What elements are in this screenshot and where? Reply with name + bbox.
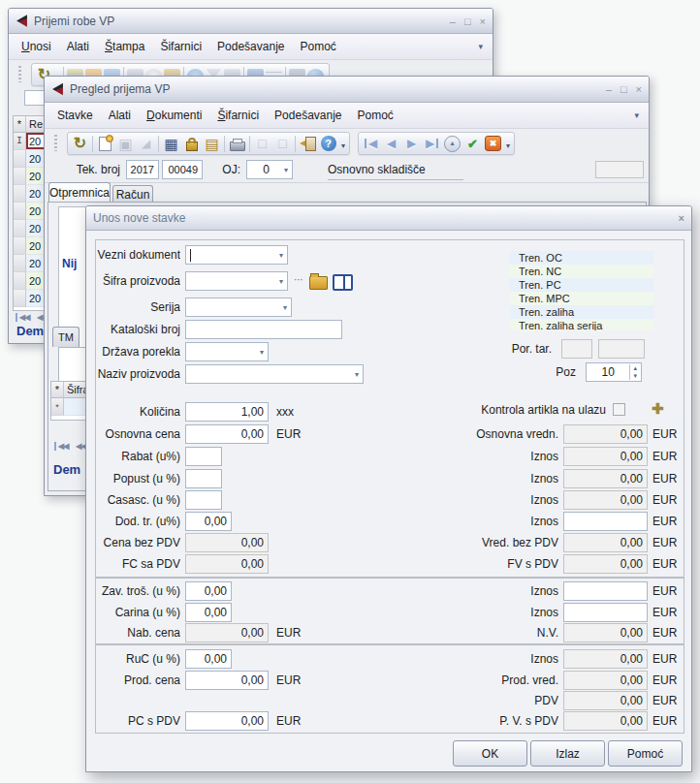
kataloski-broj-input[interactable] — [185, 320, 342, 339]
popust-input[interactable] — [185, 469, 222, 488]
toolbar-overflow-icon[interactable]: ▾ — [341, 141, 345, 150]
close-icon[interactable]: × — [679, 212, 684, 224]
serija-combo[interactable]: ▾ — [185, 298, 292, 317]
izlaz-button[interactable]: Izlaz — [530, 740, 605, 767]
minimize-icon[interactable]: – — [450, 16, 456, 27]
iznos-input[interactable] — [563, 603, 648, 622]
serija-label: Serija — [88, 298, 180, 317]
eject-glyph: ▴ — [444, 136, 461, 152]
spin-up-icon[interactable]: ▴ — [633, 364, 637, 372]
iznos-input[interactable] — [563, 581, 648, 601]
vezni-dokument-combo[interactable]: ▾ — [185, 245, 288, 265]
list-item: Tren. NC — [510, 265, 653, 278]
confirm-icon[interactable]: ✔ — [462, 134, 483, 153]
naziv-proizvoda-combo[interactable]: ▾ — [185, 364, 364, 384]
oj-combo[interactable]: 0 ▾ — [246, 160, 293, 179]
tab-tm[interactable]: TM — [52, 327, 80, 347]
iznos-input[interactable] — [563, 512, 648, 531]
nav-first-icon[interactable]: ◀◀ — [16, 313, 29, 322]
menu-pomoc[interactable]: Pomoć — [350, 105, 401, 126]
menu-alati[interactable]: Alati — [101, 105, 139, 126]
dialog-titlebar[interactable]: Unos nove stavke × — [86, 206, 691, 231]
dod-tr-input[interactable]: 0,00 — [185, 512, 232, 531]
help-icon[interactable]: ? — [318, 134, 338, 153]
copy-icon[interactable]: □ — [252, 134, 272, 153]
print-icon[interactable] — [227, 134, 247, 153]
sifra-proizvoda-combo[interactable]: ▾ — [185, 271, 288, 291]
prod-cena-input[interactable]: 0,00 — [185, 671, 269, 690]
menu-overflow-icon[interactable]: ▾ — [478, 42, 488, 51]
toolbar-overflow-icon[interactable]: ▾ — [506, 141, 510, 150]
list-item: Tren. MPC — [510, 292, 653, 305]
menu-sifarnici[interactable]: Šifarnici — [152, 36, 209, 57]
poz-stepper[interactable]: 10 ▴ ▾ — [586, 362, 642, 382]
menu-podesavanje[interactable]: Podešavanje — [267, 105, 349, 126]
nav-first-icon[interactable]: ◀ — [361, 134, 381, 153]
window1-title: Prijemi robe VP — [34, 15, 444, 28]
tab-otpremnica[interactable]: Otpremnica — [48, 182, 111, 203]
osnovna-cena-input[interactable]: 0,00 — [185, 424, 269, 444]
grid-nav: ◀◀ ◀◀ — [54, 442, 86, 451]
save-icon[interactable]: ▣ — [115, 134, 136, 153]
paste-icon[interactable]: □ — [272, 134, 293, 153]
menu-pomoc[interactable]: Pomoć — [292, 36, 343, 57]
nav-first-icon[interactable]: ◀◀ — [54, 442, 68, 451]
nav-next-icon[interactable]: ▶ — [401, 134, 422, 153]
unit-label: EUR — [652, 554, 677, 574]
maximize-icon[interactable]: □ — [620, 83, 627, 95]
ok-button[interactable]: OK — [453, 740, 527, 767]
carina-input[interactable]: 0,00 — [185, 603, 232, 622]
pomoc-button[interactable]: Pomoć — [608, 740, 683, 767]
calculator-icon[interactable]: ▦ — [161, 134, 181, 153]
stepper-arrows[interactable]: ▴ ▾ — [629, 364, 637, 379]
nav-prev-icon[interactable]: ◀ — [381, 134, 401, 153]
window2-titlebar[interactable]: Pregled prijema VP – □ × — [45, 77, 649, 103]
kontrola-checkbox[interactable] — [613, 403, 625, 416]
zav-tros-input[interactable]: 0,00 — [185, 581, 232, 601]
spin-down-icon[interactable]: ▾ — [633, 372, 637, 380]
drzava-porekla-combo[interactable]: ▾ — [185, 342, 269, 361]
doc-number-field[interactable]: 00049 — [162, 160, 203, 179]
menu-unosi[interactable]: Unosi — [14, 36, 59, 57]
menu-alati[interactable]: Alati — [59, 36, 97, 57]
catalog-book-icon[interactable] — [333, 274, 353, 291]
menu-sifarnici[interactable]: Šifarnici — [209, 105, 267, 126]
menu-podesavanje[interactable]: Podešavanje — [209, 36, 292, 57]
tab-racun[interactable]: Račun — [112, 185, 153, 203]
close-icon[interactable]: × — [480, 16, 486, 27]
menu-stampa[interactable]: Štampa — [97, 36, 152, 57]
toolbar-grip[interactable] — [18, 66, 21, 82]
exit-icon[interactable] — [298, 134, 318, 153]
menu-overflow-icon[interactable]: ▾ — [634, 110, 644, 120]
sync-icon[interactable]: ↻ — [70, 134, 90, 153]
iznos-label: Iznos — [406, 490, 558, 510]
unit-label: EUR — [276, 711, 301, 731]
cancel-icon[interactable]: ✖ — [483, 134, 503, 153]
list-item: Tren. OC — [510, 251, 653, 265]
menu-stavke[interactable]: Stavke — [49, 105, 101, 126]
toolbar-grip[interactable] — [54, 135, 57, 151]
import-sheet-icon[interactable]: ▤ — [202, 134, 222, 153]
year-field[interactable]: 2017 — [126, 160, 159, 179]
new-item-icon[interactable] — [95, 134, 115, 153]
ruc-input[interactable]: 0,00 — [185, 649, 232, 669]
close-icon[interactable]: × — [636, 83, 642, 95]
menu-dokumenti[interactable]: Dokumenti — [139, 105, 209, 126]
nab-cena-label: Nab. cena — [88, 623, 180, 642]
add-plus-icon[interactable]: ✚ — [652, 400, 664, 418]
rabat-input[interactable] — [185, 447, 222, 466]
eraser-icon[interactable]: ◢ — [136, 134, 156, 153]
eject-icon[interactable]: ▴ — [442, 134, 462, 153]
open-folder-icon[interactable] — [309, 276, 328, 290]
maximize-icon[interactable]: □ — [464, 16, 471, 27]
minimize-icon[interactable]: – — [606, 83, 612, 95]
oj-value: 0 — [263, 163, 270, 176]
kolicina-input[interactable]: 1,00 — [185, 402, 269, 422]
lock-icon[interactable] — [181, 134, 202, 153]
lock-glyph — [186, 141, 198, 151]
casasc-input[interactable] — [185, 490, 222, 510]
window1-titlebar[interactable]: Prijemi robe VP – □ × — [9, 9, 493, 34]
pc-s-pdv-input[interactable]: 0,00 — [185, 711, 269, 731]
more-options-icon[interactable]: ⋯ — [294, 274, 303, 285]
nav-last-icon[interactable]: ▶ — [422, 134, 442, 153]
